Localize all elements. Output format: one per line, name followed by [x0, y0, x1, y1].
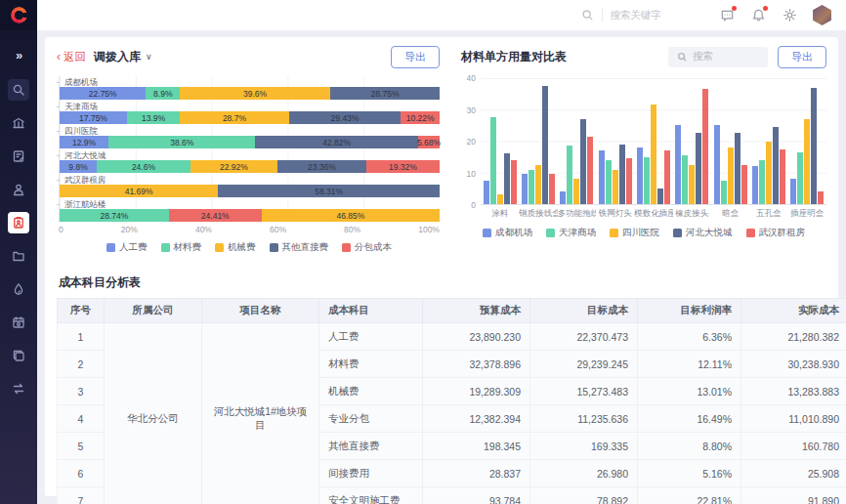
bar: [735, 133, 740, 204]
legend-item[interactable]: 天津商场: [546, 227, 596, 239]
stacked-chart-xaxis: 020%40%60%80%100%: [59, 225, 440, 234]
content-card: ‹ 返回 调拨入库 ∨ 导出 成都机场22.75%8.9%39.6%28.75%…: [45, 37, 838, 496]
legend-item[interactable]: 成都机场: [483, 227, 532, 239]
bar-group: [519, 78, 557, 204]
ink-drop-icon[interactable]: [8, 278, 29, 300]
column-header: 所属公司: [105, 299, 202, 323]
column-header: 成本科目: [319, 299, 423, 323]
bar-group: [711, 78, 749, 204]
bar-segment: 29.43%: [289, 111, 401, 124]
bar: [664, 150, 670, 204]
row-index-cell: 7: [58, 487, 105, 504]
category-label: 多功能拖线: [558, 208, 596, 220]
export-button[interactable]: 导出: [391, 46, 440, 68]
stacked-bar: 9.8%24.6%22.92%23.36%19.32%: [60, 160, 440, 173]
gear-icon[interactable]: [781, 7, 798, 24]
main-content: ‹ 返回 调拨入库 ∨ 导出 成都机场22.75%8.9%39.6%28.75%…: [37, 30, 846, 504]
table-title: 成本科目分析表: [59, 274, 826, 291]
bar: [759, 160, 765, 204]
messages-icon[interactable]: [718, 7, 736, 24]
bar: [773, 127, 779, 204]
left-chart-legend: 人工费材料费机械费其他直接费分包成本: [59, 241, 440, 254]
bar: [811, 88, 817, 204]
legend-item[interactable]: 机械费: [215, 241, 256, 254]
document-edit-icon[interactable]: [8, 146, 29, 167]
legend-item[interactable]: 武汉群租房: [746, 227, 806, 239]
calendar-gear-icon[interactable]: [8, 312, 29, 333]
bar-segment: 58.31%: [218, 185, 440, 197]
target-cell: 22,370.473: [530, 323, 638, 351]
bar: [497, 194, 503, 204]
target-cell: 11,235.636: [530, 405, 638, 433]
bar-category-label: 河北大悦城: [60, 150, 440, 160]
x-axis-tick-label: 0: [59, 225, 63, 234]
legend-swatch: [342, 243, 351, 252]
category-label: 五孔盒: [749, 208, 787, 220]
grouped-chart-yaxis: 403020100: [461, 78, 481, 205]
legend-item[interactable]: 材料费: [161, 241, 202, 254]
table-row: 1华北分公司河北大悦城1#地块项目人工费23,890.23022,370.473…: [58, 323, 846, 351]
budget-cell: 198.345: [423, 433, 530, 460]
folder-icon[interactable]: [8, 245, 29, 267]
avatar[interactable]: [812, 5, 832, 25]
legend-item[interactable]: 河北大悦城: [673, 227, 733, 239]
column-header: 项目名称: [202, 299, 319, 323]
x-axis-tick-label: 20%: [121, 225, 138, 234]
app-logo[interactable]: [0, 0, 37, 30]
cost-table-section: 成本科目分析表 序号所属公司项目名称成本科目预算成本目标成本目标利润率实际成本 …: [57, 274, 826, 504]
column-header: 序号: [58, 299, 105, 323]
chart-search-input[interactable]: 搜索: [668, 47, 768, 67]
bar: [675, 125, 681, 204]
stacked-bar: 22.75%8.9%39.6%28.75%: [60, 87, 440, 100]
export-button[interactable]: 导出: [778, 46, 826, 68]
legend-item[interactable]: 四川医院: [610, 227, 659, 239]
column-header: 目标成本: [530, 299, 638, 323]
budget-cell: 32,378.896: [423, 351, 530, 378]
bar-category-label: 成都机场: [60, 77, 440, 87]
transfer-icon[interactable]: [8, 378, 29, 399]
stacked-bar-row: 成都机场22.75%8.9%39.6%28.75%: [60, 77, 440, 100]
bar: [567, 146, 572, 204]
bell-icon[interactable]: [749, 7, 767, 24]
notification-dot: [763, 6, 768, 11]
legend-label: 人工费: [119, 241, 148, 254]
bar-segment: 28.7%: [180, 111, 289, 124]
search-placeholder: 搜索: [693, 50, 713, 63]
bar: [606, 160, 612, 204]
sidebar-expand-icon[interactable]: »: [8, 44, 29, 65]
legend-swatch: [746, 229, 755, 237]
legend-item[interactable]: 其他直接费: [270, 241, 329, 254]
bar-segment: 28.74%: [60, 209, 169, 222]
global-search-input[interactable]: 搜索关键字: [581, 9, 662, 22]
budget-cell: 28.837: [423, 460, 530, 487]
x-axis-tick-label: 60%: [270, 225, 286, 234]
margin-cell: 8.80%: [638, 433, 741, 460]
user-audit-icon[interactable]: [8, 179, 29, 200]
chevron-down-icon[interactable]: ∨: [146, 52, 152, 62]
stacked-bar-row: 武汉群租房41.69%58.31%: [60, 175, 440, 197]
search-icon: [677, 52, 688, 63]
bar-segment: 38.6%: [108, 136, 255, 148]
bar: [797, 152, 803, 204]
legend-item[interactable]: 分包成本: [342, 241, 392, 254]
legend-item[interactable]: 人工费: [106, 241, 148, 254]
column-header: 预算成本: [423, 299, 530, 323]
column-header: 目标利润率: [638, 299, 741, 323]
back-button[interactable]: ‹ 返回: [57, 50, 86, 64]
bar-group: [673, 78, 711, 204]
bank-icon[interactable]: [8, 112, 29, 134]
legend-swatch: [215, 243, 224, 252]
bar-segment: 42.82%: [255, 136, 418, 148]
search-icon[interactable]: [8, 79, 29, 101]
back-label: 返回: [63, 50, 86, 64]
row-index-cell: 5: [58, 433, 105, 460]
target-cell: 15,273.483: [530, 378, 638, 405]
copy-icon[interactable]: [8, 345, 29, 366]
bar: [752, 166, 758, 204]
logo-ring-icon: [11, 7, 27, 23]
target-cell: 78.892: [530, 487, 638, 504]
clipboard-icon[interactable]: [8, 212, 29, 233]
y-axis-tick-label: 30: [467, 105, 476, 115]
actual-cell: 21,280.382: [741, 323, 846, 351]
legend-swatch: [546, 229, 555, 237]
